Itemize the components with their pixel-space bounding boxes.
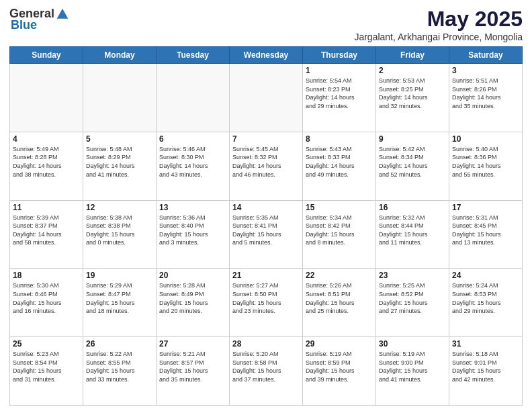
day-info: Sunrise: 5:39 AMSunset: 8:37 PMDaylight:… [13,214,80,247]
day-number: 3 [452,66,519,75]
day-number: 16 [379,203,446,212]
day-number: 1 [306,66,373,75]
day-info: Sunrise: 5:27 AMSunset: 8:50 PMDaylight:… [232,281,300,315]
month-title: May 2025 [354,7,523,32]
day-number: 28 [232,339,300,349]
calendar-week-row: 4Sunrise: 5:49 AMSunset: 8:28 PMDaylight… [10,132,523,200]
header: General Blue May 2025 Jargalant, Arkhang… [9,7,523,42]
calendar-cell: 22Sunrise: 5:26 AMSunset: 8:51 PMDayligh… [303,269,376,337]
calendar-cell: 23Sunrise: 5:25 AMSunset: 8:52 PMDayligh… [376,269,449,337]
calendar-cell: 14Sunrise: 5:35 AMSunset: 8:41 PMDayligh… [230,200,303,269]
calendar-week-row: 25Sunrise: 5:23 AMSunset: 8:54 PMDayligh… [10,337,523,406]
calendar-cell: 17Sunrise: 5:31 AMSunset: 8:45 PMDayligh… [449,200,523,269]
calendar-cell: 19Sunrise: 5:29 AMSunset: 8:47 PMDayligh… [83,269,157,337]
calendar-week-row: 11Sunrise: 5:39 AMSunset: 8:37 PMDayligh… [10,200,523,269]
day-info: Sunrise: 5:42 AMSunset: 8:34 PMDaylight:… [379,145,446,179]
day-info: Sunrise: 5:29 AMSunset: 8:47 PMDaylight:… [86,281,153,315]
day-of-week-header: Friday [376,47,449,64]
calendar-cell: 6Sunrise: 5:46 AMSunset: 8:30 PMDaylight… [157,132,230,200]
day-info: Sunrise: 5:53 AMSunset: 8:25 PMDaylight:… [379,77,446,110]
day-info: Sunrise: 5:19 AMSunset: 8:59 PMDaylight:… [306,350,373,383]
calendar-cell: 10Sunrise: 5:40 AMSunset: 8:36 PMDayligh… [449,132,523,200]
day-info: Sunrise: 5:54 AMSunset: 8:23 PMDaylight:… [306,77,373,110]
day-info: Sunrise: 5:19 AMSunset: 9:00 PMDaylight:… [379,350,446,383]
day-number: 18 [13,271,80,280]
calendar-table: SundayMondayTuesdayWednesdayThursdayFrid… [9,46,523,406]
day-info: Sunrise: 5:36 AMSunset: 8:40 PMDaylight:… [159,214,226,247]
calendar-cell: 18Sunrise: 5:30 AMSunset: 8:46 PMDayligh… [10,269,83,337]
day-number: 7 [232,134,300,144]
calendar-cell: 9Sunrise: 5:42 AMSunset: 8:34 PMDaylight… [376,132,449,200]
calendar-cell: 24Sunrise: 5:24 AMSunset: 8:53 PMDayligh… [449,269,523,337]
day-of-week-header: Monday [83,47,157,64]
calendar-cell: 2Sunrise: 5:53 AMSunset: 8:25 PMDaylight… [376,64,449,132]
day-info: Sunrise: 5:21 AMSunset: 8:57 PMDaylight:… [159,350,226,383]
subtitle: Jargalant, Arkhangai Province, Mongolia [354,32,523,42]
day-number: 2 [379,66,446,75]
day-info: Sunrise: 5:30 AMSunset: 8:46 PMDaylight:… [13,281,80,315]
calendar-cell: 7Sunrise: 5:45 AMSunset: 8:32 PMDaylight… [230,132,303,200]
day-info: Sunrise: 5:43 AMSunset: 8:33 PMDaylight:… [306,145,373,179]
day-of-week-header: Tuesday [157,47,230,64]
day-number: 12 [86,203,153,212]
calendar-cell: 5Sunrise: 5:48 AMSunset: 8:29 PMDaylight… [83,132,157,200]
day-number: 25 [13,339,80,349]
calendar-cell: 4Sunrise: 5:49 AMSunset: 8:28 PMDaylight… [10,132,83,200]
day-number: 21 [232,271,300,280]
day-info: Sunrise: 5:40 AMSunset: 8:36 PMDaylight:… [452,145,519,179]
day-info: Sunrise: 5:23 AMSunset: 8:54 PMDaylight:… [13,350,80,383]
day-info: Sunrise: 5:32 AMSunset: 8:44 PMDaylight:… [379,214,446,247]
calendar-header: SundayMondayTuesdayWednesdayThursdayFrid… [10,47,523,64]
calendar-cell: 20Sunrise: 5:28 AMSunset: 8:49 PMDayligh… [157,269,230,337]
day-number: 27 [159,339,226,349]
day-of-week-header: Sunday [10,47,83,64]
day-info: Sunrise: 5:48 AMSunset: 8:29 PMDaylight:… [86,145,153,179]
calendar-cell: 26Sunrise: 5:22 AMSunset: 8:55 PMDayligh… [83,337,157,406]
calendar-cell: 1Sunrise: 5:54 AMSunset: 8:23 PMDaylight… [303,64,376,132]
day-number: 4 [13,134,80,144]
day-number: 22 [306,271,373,280]
day-number: 20 [159,271,226,280]
day-number: 23 [379,271,446,280]
day-number: 11 [13,203,80,212]
calendar-cell: 3Sunrise: 5:51 AMSunset: 8:26 PMDaylight… [449,64,523,132]
day-info: Sunrise: 5:45 AMSunset: 8:32 PMDaylight:… [232,145,300,179]
day-info: Sunrise: 5:49 AMSunset: 8:28 PMDaylight:… [13,145,80,179]
day-of-week-header: Thursday [303,47,376,64]
calendar-cell: 21Sunrise: 5:27 AMSunset: 8:50 PMDayligh… [230,269,303,337]
calendar-week-row: 1Sunrise: 5:54 AMSunset: 8:23 PMDaylight… [10,64,523,132]
calendar-cell: 25Sunrise: 5:23 AMSunset: 8:54 PMDayligh… [10,337,83,406]
day-of-week-header: Saturday [449,47,523,64]
calendar-cell [230,64,303,132]
day-number: 5 [86,134,153,144]
day-info: Sunrise: 5:51 AMSunset: 8:26 PMDaylight:… [452,77,519,110]
day-info: Sunrise: 5:46 AMSunset: 8:30 PMDaylight:… [159,145,226,179]
svg-marker-0 [57,8,69,18]
calendar-cell: 31Sunrise: 5:18 AMSunset: 9:01 PMDayligh… [449,337,523,406]
calendar-cell: 12Sunrise: 5:38 AMSunset: 8:38 PMDayligh… [83,200,157,269]
calendar-cell [83,64,157,132]
calendar-body: 1Sunrise: 5:54 AMSunset: 8:23 PMDaylight… [10,64,523,406]
page: General Blue May 2025 Jargalant, Arkhang… [0,0,532,411]
day-info: Sunrise: 5:26 AMSunset: 8:51 PMDaylight:… [306,281,373,315]
day-info: Sunrise: 5:20 AMSunset: 8:58 PMDaylight:… [232,350,300,383]
logo-blue: Blue [11,18,37,32]
day-number: 10 [452,134,519,144]
day-info: Sunrise: 5:34 AMSunset: 8:42 PMDaylight:… [306,214,373,247]
day-info: Sunrise: 5:25 AMSunset: 8:52 PMDaylight:… [379,281,446,315]
day-of-week-header: Wednesday [230,47,303,64]
day-info: Sunrise: 5:22 AMSunset: 8:55 PMDaylight:… [86,350,153,383]
calendar-cell [10,64,83,132]
day-number: 13 [159,203,226,212]
day-number: 24 [452,271,519,280]
day-number: 19 [86,271,153,280]
day-number: 14 [232,203,300,212]
day-number: 8 [306,134,373,144]
calendar-week-row: 18Sunrise: 5:30 AMSunset: 8:46 PMDayligh… [10,269,523,337]
calendar-cell [157,64,230,132]
days-of-week-row: SundayMondayTuesdayWednesdayThursdayFrid… [10,47,523,64]
day-number: 15 [306,203,373,212]
logo-icon [56,7,69,21]
calendar-cell: 28Sunrise: 5:20 AMSunset: 8:58 PMDayligh… [230,337,303,406]
calendar-cell: 11Sunrise: 5:39 AMSunset: 8:37 PMDayligh… [10,200,83,269]
